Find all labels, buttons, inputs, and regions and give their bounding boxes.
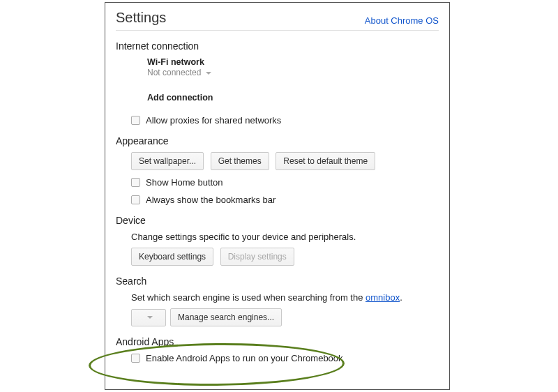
wifi-status: Not connected <box>147 68 201 77</box>
enable-android-label: Enable Android Apps to run on your Chrom… <box>146 353 343 363</box>
show-home-checkbox[interactable] <box>131 178 140 187</box>
search-section: Set which search engine is used when sea… <box>116 292 439 326</box>
header: Settings About Chrome OS <box>116 10 439 31</box>
show-bookmarks-checkbox[interactable] <box>131 195 140 204</box>
section-title-internet: Internet connection <box>116 40 439 52</box>
wifi-network-label: Wi-Fi network <box>147 57 439 67</box>
search-desc-pre: Set which search engine is used when sea… <box>131 292 365 303</box>
search-desc: Set which search engine is used when sea… <box>131 292 439 303</box>
section-title-search: Search <box>116 276 439 287</box>
settings-panel: Settings About Chrome OS Internet connec… <box>105 2 450 390</box>
reset-theme-button[interactable]: Reset to default theme <box>276 152 375 170</box>
about-chrome-os-link[interactable]: About Chrome OS <box>365 15 439 26</box>
chevron-down-icon <box>147 316 153 319</box>
get-themes-button[interactable]: Get themes <box>211 152 269 170</box>
device-section: Change settings specific to your device … <box>116 232 439 266</box>
search-desc-post: . <box>400 292 402 303</box>
enable-android-row[interactable]: Enable Android Apps to run on your Chrom… <box>131 353 439 363</box>
android-section: Enable Android Apps to run on your Chrom… <box>116 353 439 363</box>
section-title-android: Android Apps <box>116 336 439 347</box>
internet-section: Wi-Fi network Not connected Add connecti… <box>116 57 439 103</box>
search-engine-dropdown[interactable] <box>131 309 166 326</box>
enable-android-checkbox[interactable] <box>131 354 140 363</box>
section-title-appearance: Appearance <box>116 135 439 146</box>
allow-proxies-row[interactable]: Allow proxies for shared networks <box>131 115 439 126</box>
show-bookmarks-label: Always show the bookmarks bar <box>146 195 276 205</box>
device-desc: Change settings specific to your device … <box>131 232 439 242</box>
show-bookmarks-row[interactable]: Always show the bookmarks bar <box>131 195 439 205</box>
chevron-down-icon <box>206 72 211 75</box>
manage-search-engines-button[interactable]: Manage search engines... <box>170 308 282 326</box>
appearance-section: Set wallpaper... Get themes Reset to def… <box>116 152 439 205</box>
set-wallpaper-button[interactable]: Set wallpaper... <box>131 152 204 170</box>
wifi-network-row[interactable]: Wi-Fi network Not connected <box>147 57 439 77</box>
section-title-device: Device <box>116 215 439 226</box>
show-home-label: Show Home button <box>146 177 223 188</box>
omnibox-link[interactable]: omnibox <box>365 292 400 303</box>
show-home-row[interactable]: Show Home button <box>131 177 439 188</box>
page-title: Settings <box>116 10 166 26</box>
display-settings-button[interactable]: Display settings <box>220 248 294 266</box>
add-connection-link[interactable]: Add connection <box>147 93 439 103</box>
keyboard-settings-button[interactable]: Keyboard settings <box>131 248 213 266</box>
allow-proxies-checkbox[interactable] <box>131 116 140 125</box>
allow-proxies-label: Allow proxies for shared networks <box>146 115 281 126</box>
